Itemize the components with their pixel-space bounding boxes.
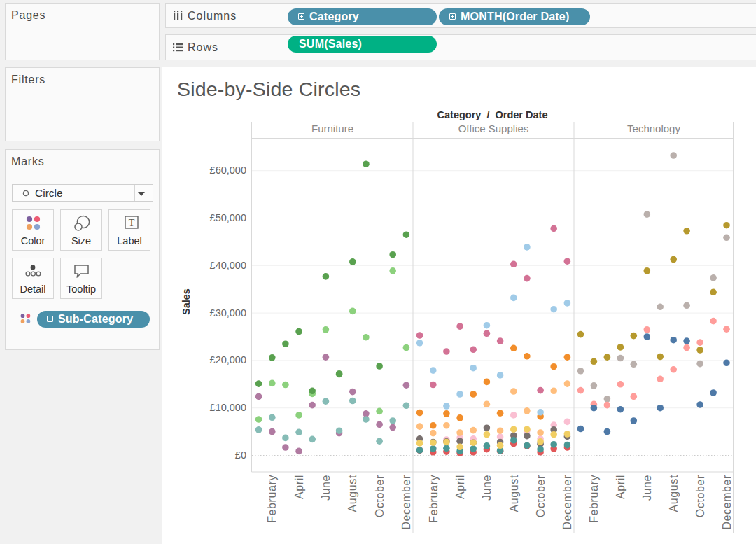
svg-text:December: December [721, 475, 733, 530]
svg-text:August: August [668, 475, 680, 512]
svg-text:February: February [266, 475, 278, 523]
svg-text:June: June [481, 475, 493, 501]
svg-text:October: October [694, 475, 706, 517]
svg-text:February: February [588, 475, 600, 523]
svg-text:October: October [535, 475, 547, 517]
svg-text:August: August [508, 475, 520, 512]
svg-text:June: June [320, 475, 332, 501]
svg-text:December: December [561, 475, 573, 530]
svg-text:October: October [374, 475, 386, 517]
svg-text:April: April [454, 475, 466, 499]
svg-text:April: April [293, 475, 305, 499]
svg-text:February: February [428, 475, 440, 523]
svg-text:August: August [346, 475, 358, 512]
svg-text:December: December [400, 475, 412, 530]
svg-text:April: April [615, 475, 626, 499]
svg-text:June: June [641, 475, 653, 501]
